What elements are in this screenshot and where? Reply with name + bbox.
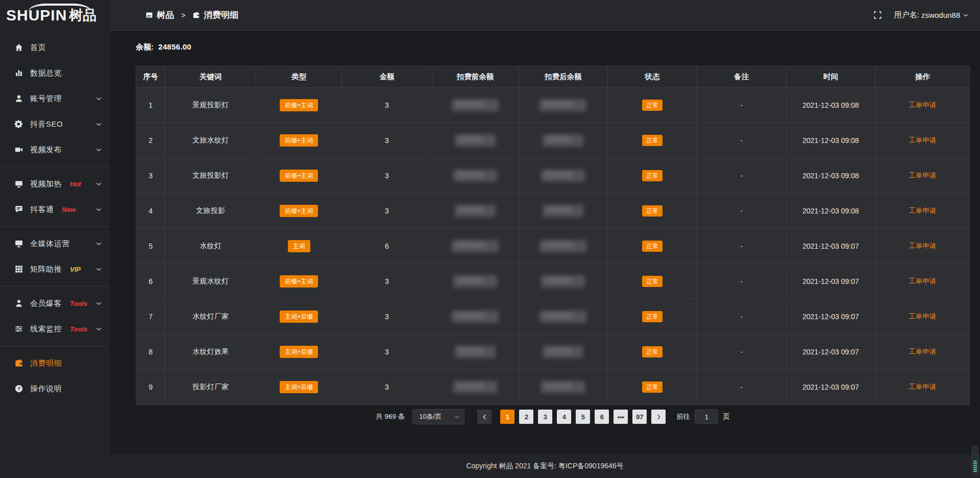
sidebar-item-data-overview[interactable]: 数据总览 [0, 60, 110, 86]
sidebar-item-label: 视频发布 [30, 145, 62, 155]
type-tag: 前缀+主词 [280, 134, 318, 147]
fullscreen-icon[interactable] [873, 11, 882, 19]
cell-amount: 3 [342, 370, 432, 405]
cell-index: 8 [136, 334, 165, 370]
cell-balance-before [432, 334, 519, 370]
scroll-indicator-widget[interactable] [972, 445, 978, 476]
cell-balance-before [432, 264, 519, 299]
goto-suffix: 页 [723, 412, 730, 421]
sidebar-item-label: 账号管理 [30, 94, 62, 104]
cell-keyword: 水纹灯厂家 [165, 299, 256, 334]
masked-balance-before [455, 205, 496, 217]
chevron-down-icon[interactable] [95, 241, 102, 247]
column-header: 状态 [608, 66, 697, 88]
cell-balance-after [519, 264, 608, 299]
work-order-link[interactable]: 工单申请 [909, 172, 936, 179]
work-order-link[interactable]: 工单申请 [909, 207, 936, 214]
gear-icon [14, 119, 23, 129]
cell-balance-after [519, 229, 608, 264]
chevron-down-icon[interactable] [95, 121, 102, 128]
cell-note: - [697, 88, 786, 123]
sidebar-item-clue-monitor[interactable]: 线索监控 Tools [0, 316, 110, 342]
work-order-link[interactable]: 工单申请 [909, 136, 936, 144]
cell-balance-before [432, 370, 519, 405]
chevron-down-icon[interactable] [95, 266, 102, 273]
chevron-down-icon[interactable] [95, 300, 102, 307]
sidebar-item-instructions[interactable]: ? 操作说明 [0, 376, 110, 401]
chevron-down-icon[interactable] [95, 206, 102, 213]
type-tag: 主词+后缀 [280, 346, 318, 358]
table-row: 7 水纹灯厂家 主词+后缀 3 正常 - 2021-12-03 09:07 工单… [136, 299, 970, 334]
cell-balance-before [432, 158, 519, 194]
breadcrumb-item-current[interactable]: 消费明细 [192, 9, 238, 21]
sidebar-item-consumption-detail[interactable]: 消费明细 [0, 350, 110, 376]
sidebar-item-douketong[interactable]: 抖客通 New [0, 197, 110, 222]
scroll-indicator-bars [973, 461, 977, 473]
work-order-link[interactable]: 工单申请 [909, 277, 936, 285]
sidebar-item-member-burst[interactable]: 会员爆客 Tools [0, 291, 110, 316]
page-size-select[interactable]: 10条/页 [412, 409, 464, 424]
page-button-4[interactable]: 4 [557, 410, 571, 424]
work-order-link[interactable]: 工单申请 [909, 383, 936, 391]
sidebar-item-label: 操作说明 [30, 384, 62, 394]
page-button-5[interactable]: 5 [576, 410, 590, 424]
work-order-link[interactable]: 工单申请 [909, 242, 936, 250]
page-button-6[interactable]: 6 [595, 410, 609, 424]
sidebar-item-video-heat[interactable]: 视频加热 Hot [0, 171, 110, 197]
cell-type: 前缀+主词 [256, 88, 342, 123]
goto-page-input[interactable] [695, 410, 718, 424]
page-button-3[interactable]: 3 [538, 410, 552, 424]
sliders-icon [14, 324, 23, 334]
next-page-button[interactable] [651, 410, 666, 424]
cell-index: 4 [136, 194, 165, 229]
cell-action: 工单申请 [875, 158, 970, 194]
work-order-link[interactable]: 工单申请 [909, 101, 936, 109]
cell-index: 7 [136, 299, 165, 334]
table-row: 8 水纹灯效果 主词+后缀 3 正常 - 2021-12-03 09:07 工单… [136, 334, 970, 370]
page-size-value: 10条/页 [419, 412, 442, 421]
balance-value: 24856.00 [158, 42, 191, 52]
question-icon: ? [14, 384, 23, 394]
sidebar-item-account-manage[interactable]: 账号管理 [0, 86, 110, 111]
chart-icon [14, 68, 23, 78]
breadcrumb-item-home[interactable]: 树品 [145, 9, 174, 21]
more-pages-button[interactable]: ••• [614, 410, 628, 424]
chevron-down-icon [963, 12, 969, 18]
work-order-link[interactable]: 工单申请 [909, 313, 936, 320]
sidebar-item-home[interactable]: 首页 [0, 35, 110, 60]
sidebar-item-media-operation[interactable]: 全媒体运营 [0, 231, 110, 256]
prev-page-button[interactable] [477, 410, 492, 424]
status-badge: 正常 [642, 241, 663, 252]
sidebar-item-douyin-seo[interactable]: 抖音SEO [0, 111, 110, 137]
table-row: 2 文旅水纹灯 前缀+主词 3 正常 - 2021-12-03 09:08 工单… [136, 123, 970, 158]
page-button-97[interactable]: 97 [632, 410, 647, 424]
masked-balance-before [453, 381, 497, 393]
type-tag: 前缀+主词 [280, 170, 318, 182]
cell-status: 正常 [608, 123, 697, 158]
chevron-down-icon[interactable] [95, 326, 102, 332]
page-button-1[interactable]: 1 [500, 410, 514, 424]
work-order-link[interactable]: 工单申请 [909, 348, 936, 355]
cell-amount: 3 [342, 264, 432, 299]
cell-type: 主词+后缀 [256, 299, 342, 334]
page-button-2[interactable]: 2 [519, 410, 533, 424]
breadcrumb-separator: > [181, 11, 185, 19]
cell-note: - [697, 264, 786, 299]
sidebar-divider [0, 346, 110, 346]
chevron-down-icon[interactable] [95, 95, 102, 102]
cell-amount: 3 [342, 334, 432, 370]
grid-icon [14, 265, 23, 274]
chevron-down-icon[interactable] [95, 181, 102, 187]
cell-balance-after [519, 88, 608, 123]
masked-balance-after [540, 99, 586, 111]
cell-status: 正常 [608, 264, 697, 299]
cell-type: 前缀+主词 [256, 194, 342, 229]
sidebar-item-matrix-boost[interactable]: 矩阵助推 VIP [0, 256, 110, 282]
user-menu[interactable]: 用户名: zswodun88 [894, 10, 969, 20]
sidebar-divider [0, 166, 110, 167]
cell-keyword: 投影灯厂家 [165, 370, 256, 405]
consumption-table: 序号关键词类型金额扣费前余额扣费后余额状态备注时间操作 1 景观投影灯 前缀+主… [136, 66, 970, 405]
chevron-down-icon[interactable] [95, 147, 102, 153]
sidebar-item-video-publish[interactable]: 视频发布 [0, 137, 110, 162]
cell-time: 2021-12-03 09:08 [786, 194, 875, 229]
